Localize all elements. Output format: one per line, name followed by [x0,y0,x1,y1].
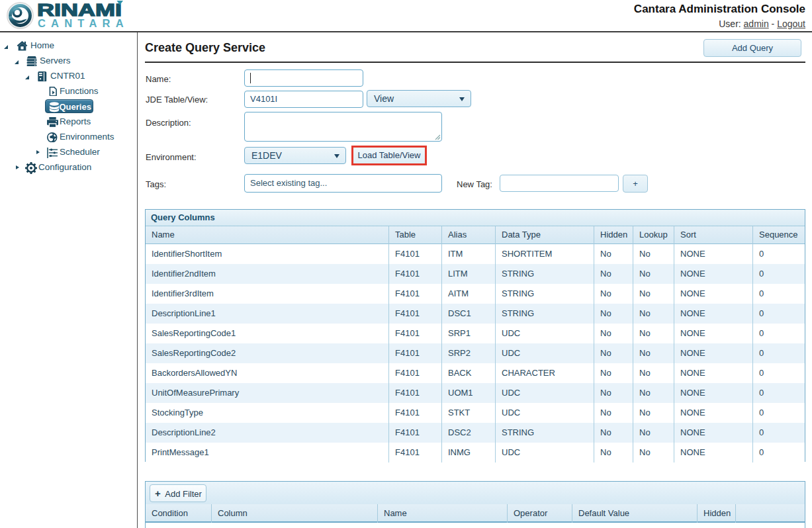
svg-text:CANTARA: CANTARA [38,17,129,29]
